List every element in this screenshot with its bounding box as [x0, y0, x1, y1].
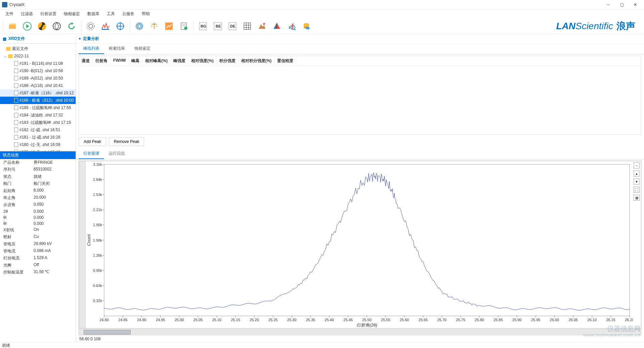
menu-2[interactable]: 衍射设置	[37, 10, 60, 18]
right-header: ⌖ 定量分析	[76, 34, 644, 44]
file-icon	[14, 83, 18, 88]
menu-5[interactable]: 工具	[103, 10, 118, 18]
add-peak-button[interactable]: Add Peak	[79, 137, 106, 146]
svg-text:24.85: 24.85	[118, 318, 128, 322]
search-chart-icon[interactable]	[286, 20, 298, 32]
minimize-button[interactable]: ─	[602, 0, 615, 9]
file-item[interactable]: #186 - 标准（012）.shd 10:00	[0, 97, 76, 104]
database-cloud-icon[interactable]	[300, 20, 312, 32]
file-item[interactable]: #181 - 过-硫.shd 16:28	[0, 134, 76, 141]
chart-tab-0[interactable]: 衍射图谱	[79, 149, 104, 159]
svg-text:0.63k: 0.63k	[93, 284, 102, 288]
svg-point-23	[184, 27, 187, 30]
chart-area[interactable]: 3.16k2.84k2.53k2.21k1.90k1.58k1.26k0.95k…	[79, 161, 641, 329]
bg-icon[interactable]: BG	[197, 20, 209, 32]
gear-icon[interactable]	[85, 20, 97, 32]
remove-peak-button[interactable]: Remove Peak	[109, 137, 144, 146]
column-header[interactable]: 通道	[79, 56, 93, 66]
status-row: 序列号65310002	[0, 166, 76, 173]
fingerprint-icon[interactable]	[133, 20, 145, 32]
zoom-out-icon[interactable]: ▼	[634, 179, 640, 185]
balance-icon[interactable]	[148, 20, 160, 32]
file-item[interactable]: #190 -B(012) .shd 10:58	[0, 67, 76, 74]
file-item[interactable]: #188 -A(116) .shd 10:41	[0, 82, 76, 89]
column-header[interactable]: 相对峰高(%)	[142, 56, 171, 66]
menu-6[interactable]: 云服务	[119, 10, 138, 18]
month-folder[interactable]: ⌄ 2022-11	[0, 52, 76, 60]
svg-marker-3	[26, 24, 29, 28]
be-icon[interactable]: BE	[212, 20, 224, 32]
aperture-icon[interactable]	[51, 20, 63, 32]
mountain-icon[interactable]	[256, 20, 268, 32]
file-icon	[14, 61, 18, 66]
tab-2[interactable]: 物相鉴定	[130, 44, 155, 54]
grid-toggle-icon[interactable]: ▦	[634, 195, 640, 201]
file-tree[interactable]: 最近文件 ⌄ 2022-11 #191 - B(116).shd 11:08#1…	[0, 44, 76, 151]
file-item[interactable]: #185 - 过硫酸氢钾.shd 17:55	[0, 104, 76, 111]
chart-vertical-scroll[interactable]	[79, 161, 86, 328]
file-item[interactable]: #179 -过-无 .shd 15:49	[0, 148, 76, 151]
spectrum-icon[interactable]	[99, 20, 112, 32]
chart-horizontal-scroll[interactable]	[79, 329, 641, 335]
grid-icon[interactable]	[241, 20, 253, 32]
svg-text:25.45: 25.45	[343, 318, 353, 322]
prism-icon[interactable]	[271, 20, 283, 32]
svg-text:24.95: 24.95	[156, 318, 165, 322]
peak-table[interactable]: 通道衍射角FWHM峰高相对峰高(%)峰强度相对强度(%)积分强度相对积分强度(%…	[79, 56, 641, 135]
status-header: 状态信息	[0, 151, 76, 159]
svg-point-15	[137, 24, 142, 29]
target-icon[interactable]	[114, 20, 126, 32]
column-header[interactable]: 置信程度	[274, 56, 296, 66]
zoom-horizontal-icon[interactable]: ↔	[634, 162, 640, 168]
svg-marker-7	[72, 22, 74, 25]
file-icon	[14, 120, 18, 125]
column-header[interactable]: 积分强度	[217, 56, 239, 66]
status-row: θi0.000	[0, 214, 76, 220]
open-icon[interactable]	[6, 20, 18, 32]
svg-text:2.21k: 2.21k	[93, 208, 102, 212]
file-item[interactable]: #189 -A(012) .shd 10:50	[0, 74, 76, 82]
file-item[interactable]: #191 - B(116).shd 11:08	[0, 60, 76, 67]
tab-0[interactable]: 峰线列表	[79, 44, 104, 54]
svg-rect-40	[289, 26, 290, 29]
file-label: #184 -滤油粉 .shd 17:32	[19, 112, 63, 118]
refresh-icon[interactable]	[66, 20, 78, 32]
fit-icon[interactable]: ⛶	[634, 187, 640, 193]
zoom-in-icon[interactable]: ▲	[634, 170, 640, 177]
menu-0[interactable]: 文件	[2, 10, 17, 18]
svg-text:0.32k: 0.32k	[93, 299, 102, 303]
de-icon[interactable]: DE	[226, 20, 239, 32]
file-item[interactable]: #183 -过硫酸氢钾 .shd 17:15	[0, 119, 76, 126]
column-header[interactable]: 相对积分强度(%)	[239, 56, 275, 66]
file-item[interactable]: #187 -标准（116） .shd 10:12	[0, 89, 76, 97]
file-icon	[14, 68, 18, 73]
recent-folder[interactable]: 最近文件	[0, 45, 76, 52]
svg-text:25.75: 25.75	[456, 318, 466, 322]
column-header[interactable]: 衍射角	[93, 56, 111, 66]
file-item[interactable]: #180 -过-无 .shd 16:09	[0, 141, 76, 148]
file-icon	[14, 135, 18, 140]
column-header[interactable]: 相对强度(%)	[188, 56, 217, 66]
tab-1[interactable]: 检索结果	[104, 44, 130, 54]
chart-tab-1[interactable]: 运行日志	[104, 149, 130, 159]
menu-1[interactable]: 过滤器	[17, 10, 36, 18]
menu-3[interactable]: 物相鉴定	[60, 10, 83, 18]
svg-rect-30	[244, 23, 251, 30]
svg-rect-10	[102, 29, 109, 30]
column-header[interactable]: 峰高	[129, 56, 142, 66]
recent-label: 最近文件	[12, 46, 28, 52]
column-header[interactable]: 峰强度	[171, 56, 188, 66]
report-icon[interactable]	[178, 20, 190, 32]
menu-7[interactable]: 帮助	[138, 10, 153, 18]
column-header[interactable]: FWHM	[111, 56, 129, 66]
play-icon[interactable]	[21, 20, 33, 32]
file-item[interactable]: #184 -滤油粉 .shd 17:32	[0, 111, 76, 119]
file-item[interactable]: #182 -过-硫 .shd 16:51	[0, 126, 76, 134]
maximize-button[interactable]: ▢	[615, 0, 629, 9]
svg-point-9	[87, 22, 94, 30]
trend-icon[interactable]	[163, 20, 175, 32]
radiation-icon[interactable]	[36, 20, 48, 32]
menu-4[interactable]: 数据库	[84, 10, 103, 18]
file-icon	[14, 150, 18, 151]
close-button[interactable]: ✕	[629, 0, 642, 9]
